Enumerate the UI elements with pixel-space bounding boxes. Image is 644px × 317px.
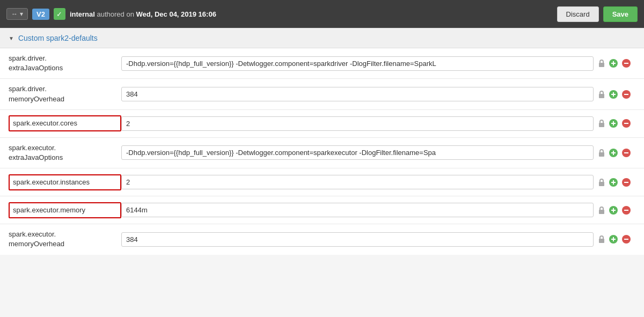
lock-icon <box>598 235 605 244</box>
svg-rect-6 <box>599 94 604 98</box>
svg-rect-12 <box>599 123 604 127</box>
config-value-input[interactable] <box>121 232 594 247</box>
config-value-input[interactable] <box>121 203 594 217</box>
config-key: spark.executor.memory <box>9 202 121 218</box>
lock-icon <box>598 90 605 99</box>
config-row: spark.driver.extraJavaOptions <box>0 48 644 79</box>
config-value-input[interactable] <box>121 87 594 101</box>
collapse-icon[interactable]: ▼ <box>9 35 14 41</box>
remove-icon[interactable] <box>621 58 631 68</box>
config-value-input[interactable] <box>121 175 594 189</box>
lock-icon <box>598 59 605 68</box>
config-key: spark.executor.instances <box>9 174 121 190</box>
add-icon[interactable] <box>609 234 618 244</box>
branch-dropdown-arrow: ▾ <box>20 10 23 18</box>
add-icon[interactable] <box>609 178 618 187</box>
config-key: spark.executor.extraJavaOptions <box>9 143 121 163</box>
authored-text: authored on <box>97 10 136 18</box>
add-icon[interactable] <box>609 148 618 158</box>
main-content: ▼ Custom spark2-defaults spark.driver.ex… <box>0 28 644 255</box>
svg-rect-24 <box>599 182 604 186</box>
add-icon[interactable] <box>609 119 618 128</box>
remove-icon[interactable] <box>621 119 631 128</box>
header-meta: internal authored on Wed, Dec 04, 2019 1… <box>70 10 553 18</box>
config-row: spark.executor.extraJavaOptions <box>0 138 644 168</box>
config-actions <box>598 234 635 244</box>
svg-rect-30 <box>599 210 604 214</box>
config-key: spark.driver.extraJavaOptions <box>9 54 121 73</box>
config-value-input[interactable] <box>121 145 594 160</box>
add-icon[interactable] <box>609 205 618 215</box>
section-header: ▼ Custom spark2-defaults <box>0 28 644 48</box>
config-row: spark.driver.memoryOverhead <box>0 79 644 109</box>
config-actions <box>598 205 635 215</box>
config-key: spark.driver.memoryOverhead <box>9 84 121 104</box>
config-actions <box>598 90 635 99</box>
config-actions <box>598 178 635 187</box>
config-value-area <box>121 203 594 217</box>
config-value-area <box>121 116 594 131</box>
svg-rect-18 <box>599 152 604 157</box>
lock-icon <box>598 149 605 157</box>
add-icon[interactable] <box>609 58 618 68</box>
config-value-area <box>121 175 594 189</box>
config-rows-container: spark.driver.extraJavaOptionsspark.drive… <box>0 48 644 255</box>
config-row: spark.executor.instances <box>0 168 644 196</box>
remove-icon[interactable] <box>621 90 631 99</box>
config-actions <box>598 148 635 158</box>
branch-name: internal <box>70 10 95 18</box>
config-key: spark.executor.memoryOverhead <box>9 230 121 249</box>
config-value-input[interactable] <box>121 116 594 131</box>
config-value-area <box>121 232 594 247</box>
config-value-area <box>121 87 594 101</box>
remove-icon[interactable] <box>621 234 631 244</box>
config-value-input[interactable] <box>121 56 594 71</box>
config-actions <box>598 58 635 68</box>
branch-arrow-icon: ↔ <box>11 10 18 18</box>
version-badge: V2 <box>32 9 49 20</box>
discard-button[interactable]: Discard <box>557 6 599 22</box>
config-row: spark.executor.memoryOverhead <box>0 224 644 254</box>
config-value-area <box>121 145 594 160</box>
remove-icon[interactable] <box>621 178 631 187</box>
section-title: Custom spark2-defaults <box>18 34 98 42</box>
authored-date: Wed, Dec 04, 2019 16:06 <box>136 10 216 18</box>
branch-switch-button[interactable]: ↔ ▾ <box>6 8 28 20</box>
config-row: spark.executor.cores <box>0 110 644 138</box>
svg-rect-0 <box>599 63 604 67</box>
header-bar: ↔ ▾ V2 ✓ internal authored on Wed, Dec 0… <box>0 0 644 28</box>
config-actions <box>598 119 635 128</box>
remove-icon[interactable] <box>621 205 631 215</box>
add-icon[interactable] <box>609 90 618 99</box>
status-check-badge: ✓ <box>54 8 65 20</box>
lock-icon <box>598 206 605 215</box>
lock-icon <box>598 119 605 128</box>
config-row: spark.executor.memory <box>0 196 644 224</box>
remove-icon[interactable] <box>621 148 631 158</box>
save-button[interactable]: Save <box>603 6 638 22</box>
config-value-area <box>121 56 594 71</box>
config-key: spark.executor.cores <box>9 115 121 131</box>
svg-rect-36 <box>599 239 604 243</box>
lock-icon <box>598 178 605 187</box>
